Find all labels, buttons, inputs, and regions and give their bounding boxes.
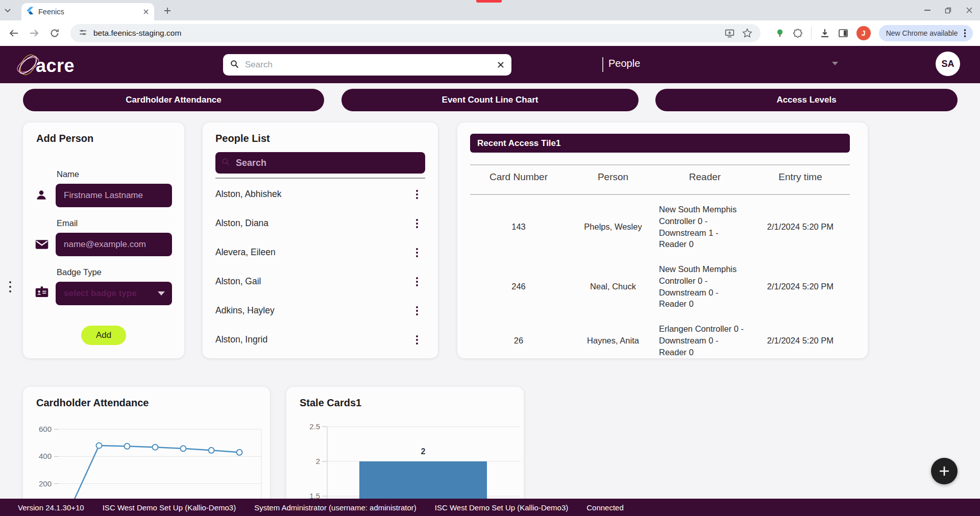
tab-close-icon[interactable] [143,9,149,15]
new-tab-button[interactable] [161,5,174,17]
add-person-card: Add Person Name Email Badge Type select … [23,122,184,358]
table-row: 143 Phelps, Wesley New South Memphis Con… [470,197,850,257]
tab-search-chevron-icon[interactable] [4,7,11,14]
chrome-update-label: New Chrome available [886,29,958,37]
forward-icon[interactable] [29,28,40,39]
divider [215,178,425,179]
recent-access-card: Recent Access Tile1 Card Number Person R… [457,122,868,358]
favicon-flutter-icon [26,7,34,17]
install-app-icon[interactable] [724,28,735,39]
window-restore-icon[interactable] [945,7,951,14]
list-item[interactable]: Adkins, Hayley [215,296,425,325]
window-minimize-icon[interactable] [924,10,930,11]
screen: Feenics [0,0,980,516]
divider [470,164,850,165]
person-name: Adkins, Hayley [215,305,275,316]
cell-person: Haynes, Anita [567,336,659,346]
kebab-menu-icon[interactable] [416,193,418,195]
reload-icon[interactable] [49,28,60,39]
app-nav-bar: acre People SA [0,46,980,83]
status-user: System Administrator (username: administ… [254,503,416,512]
kebab-menu-icon[interactable] [416,310,418,312]
bar-chart-title: Stale Cards1 [300,397,361,409]
cell-reader: New South Memphis Controller 0 - Downstr… [659,263,751,310]
browser-tab[interactable]: Feenics [21,3,154,20]
quick-link-event-count-line-chart[interactable]: Event Count Line Chart [341,89,639,111]
url-text[interactable]: beta.feenics-staging.com [93,29,724,38]
person-name: Alston, Diana [215,218,268,229]
search-clear-icon[interactable] [497,61,504,68]
browser-menu-icon[interactable] [964,32,966,34]
module-chevron-down-icon[interactable] [832,62,838,65]
search-icon [230,60,239,70]
add-person-title: Add Person [36,133,93,144]
global-search[interactable] [223,54,511,76]
user-avatar[interactable]: SA [936,52,960,76]
status-version: Version 24.1.30+10 [18,503,84,512]
fab-add-button[interactable] [931,458,958,484]
person-name: Alston, Ingrid [215,334,267,345]
url-bar[interactable]: beta.feenics-staging.com [70,24,761,42]
back-icon[interactable] [8,28,19,39]
kebab-menu-icon[interactable] [416,252,418,254]
badge-icon [35,286,48,300]
badge-type-select[interactable]: select badge type [56,282,172,305]
quick-link-cardholder-attendance[interactable]: Cardholder Attendance [23,89,324,111]
column-header: Reader [659,171,751,183]
email-field[interactable] [56,233,172,256]
people-search[interactable] [215,152,425,174]
people-list-title: People List [215,133,270,144]
chrome-update-pill[interactable]: New Chrome available [879,25,973,41]
toolbar-divider [811,27,812,39]
browser-profile-avatar[interactable]: J [856,26,871,40]
site-info-icon[interactable] [79,28,87,39]
cell-card-number: 26 [470,336,567,346]
svg-text:2.5: 2.5 [309,422,320,431]
column-header: Person [567,171,659,183]
downloads-icon[interactable] [820,28,830,38]
people-rows: Alston, Abhishek Alston, Diana Alevera, … [215,180,425,354]
cell-reader: New South Memphis Controller 0 - Downstr… [659,204,751,250]
side-panel-icon[interactable] [838,28,848,38]
kebab-menu-icon[interactable] [416,223,418,225]
acre-logo: acre [13,50,75,82]
window-controls [924,0,977,20]
person-name: Alston, Abhishek [215,189,281,200]
add-button[interactable]: Add [81,326,126,345]
list-item[interactable]: Alevera, Eileen [215,238,425,267]
cell-card-number: 143 [470,222,567,232]
global-search-input[interactable] [245,60,497,70]
list-item[interactable]: Alston, Gail [215,267,425,296]
toolbar-right-cluster: J New Chrome available [775,20,980,46]
tree-extension-icon[interactable] [775,29,785,38]
list-item[interactable]: Alston, Diana [215,209,425,238]
svg-text:200: 200 [39,479,52,488]
module-cursor-bar [602,57,603,72]
cell-person: Neal, Chuck [567,282,659,291]
status-instance: ISC West Demo Set Up (Kallio-Demo3) [103,503,236,512]
svg-text:2: 2 [421,447,426,456]
people-list-card: People List Alston, Abhishek Alston, Dia… [203,122,438,358]
list-item[interactable]: Alston, Ingrid [215,325,425,354]
name-field[interactable] [56,184,172,207]
person-name: Alevera, Eileen [215,247,276,258]
people-search-input[interactable] [236,158,419,168]
email-icon [35,239,48,252]
kebab-menu-icon[interactable] [416,281,418,283]
table-header: Card Number Person Reader Entry time [470,171,850,183]
person-name: Alston, Gail [215,276,261,287]
status-bar: Version 24.1.30+10 ISC West Demo Set Up … [0,499,980,516]
status-instance-2: ISC West Demo Set Up (Kallio-Demo3) [435,503,568,512]
bookmark-star-icon[interactable] [742,28,752,38]
extensions-puzzle-icon[interactable] [793,28,803,38]
chevron-down-icon [158,291,165,296]
kebab-menu-icon[interactable] [416,339,418,341]
quick-link-access-levels[interactable]: Access Levels [655,89,958,111]
recent-access-banner: Recent Access Tile1 [470,134,850,153]
badge-type-placeholder: select badge type [64,288,158,299]
module-label[interactable]: People [608,58,640,69]
divider [470,194,850,195]
list-item[interactable]: Alston, Abhishek [215,180,425,209]
window-close-icon[interactable] [966,7,973,14]
tile-drag-handle-icon[interactable] [9,286,11,288]
